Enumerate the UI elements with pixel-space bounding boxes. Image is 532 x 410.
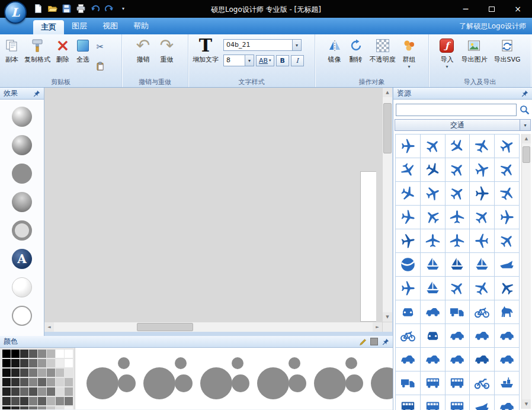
resource-cell-sailboat[interactable] [421, 253, 445, 276]
color-swatch[interactable] [65, 378, 73, 386]
resource-cell-bus[interactable] [396, 395, 420, 410]
copy-button[interactable]: 副本 [2, 36, 22, 77]
h-scroll-thumb[interactable] [137, 323, 193, 331]
resource-cell-ship[interactable] [495, 371, 519, 395]
mirror-button[interactable]: 镜像 [325, 36, 345, 77]
delete-button[interactable]: 删除 [53, 36, 73, 77]
group-dropdown-icon[interactable] [408, 64, 410, 69]
resources-vertical-scrollbar[interactable] [521, 134, 531, 409]
shape-preview-item[interactable] [139, 349, 196, 408]
format-painter-button[interactable]: 复制格式 [22, 36, 53, 77]
resource-cell-plane[interactable] [396, 206, 420, 229]
h-scroll-track[interactable] [54, 322, 373, 332]
resource-cell-plane[interactable] [396, 134, 420, 158]
color-swatch[interactable] [2, 387, 11, 396]
color-swatch[interactable] [38, 359, 46, 367]
cut-icon[interactable] [95, 41, 105, 52]
tab-layers[interactable]: 图层 [64, 18, 95, 34]
resource-cell-plane[interactable] [495, 229, 519, 252]
resource-cell-tram[interactable] [446, 395, 470, 410]
resource-cell-car[interactable] [446, 348, 470, 371]
export-svg-button[interactable]: 导出SVG [491, 36, 523, 77]
color-swatch[interactable] [65, 387, 73, 396]
redo-button[interactable] [104, 4, 114, 14]
color-swatch[interactable] [29, 387, 37, 396]
learn-link[interactable]: 了解硕思Logo设计师 [459, 21, 526, 31]
resource-cell-van[interactable] [421, 395, 445, 410]
resource-cell-speedboat[interactable] [495, 253, 519, 276]
app-logo-icon[interactable]: L [4, 1, 27, 24]
font-family-dropdown-icon[interactable] [292, 40, 301, 50]
shape-preview-item[interactable] [196, 349, 253, 408]
canvas-vertical-scrollbar[interactable] [382, 88, 392, 322]
color-swatch[interactable] [56, 359, 64, 367]
import-button[interactable]: 导入 [437, 36, 457, 77]
color-swatch[interactable] [56, 378, 64, 386]
color-swatch[interactable] [2, 359, 11, 367]
add-text-button[interactable]: 增加文字 [190, 36, 221, 77]
resource-cell-plane[interactable] [446, 277, 470, 300]
color-swatch[interactable] [29, 350, 37, 358]
effect-circle-flat[interactable] [12, 164, 32, 184]
color-swatch[interactable] [20, 397, 28, 405]
canvas-horizontal-scrollbar[interactable] [44, 322, 382, 332]
pin-icon[interactable] [33, 90, 40, 97]
toolbar-options-icon[interactable] [122, 6, 124, 11]
resource-cell-car[interactable] [470, 324, 494, 347]
color-swatch[interactable] [65, 406, 73, 409]
color-swatch[interactable] [2, 406, 11, 409]
color-swatch[interactable] [11, 350, 20, 358]
resource-cell-car[interactable] [421, 348, 445, 371]
italic-button[interactable]: I [291, 55, 304, 66]
canvas[interactable] [44, 88, 392, 332]
scroll-down-icon[interactable] [522, 399, 531, 409]
effect-sphere-dark[interactable] [12, 135, 32, 155]
effect-sphere-glossy[interactable] [12, 107, 32, 127]
resource-cell-bicycle[interactable] [470, 300, 494, 323]
color-swatch[interactable] [11, 378, 20, 386]
resource-cell-plane[interactable] [421, 229, 445, 252]
color-swatch[interactable] [20, 378, 28, 386]
resource-cell-plane[interactable] [495, 182, 519, 205]
color-swatch[interactable] [2, 397, 11, 405]
resource-cell-plane[interactable] [421, 134, 445, 158]
resource-cell-boat[interactable] [470, 395, 494, 410]
color-swatch[interactable] [56, 350, 64, 358]
resource-cell-car-front[interactable] [396, 300, 420, 323]
resource-cell-plane[interactable] [470, 206, 494, 229]
color-swatch[interactable] [38, 406, 46, 409]
resource-cell-plane[interactable] [470, 134, 494, 158]
color-swatch[interactable] [20, 350, 28, 358]
color-swatch[interactable] [11, 369, 20, 377]
group-button[interactable]: 群组 [399, 36, 419, 77]
scroll-right-icon[interactable] [373, 322, 382, 332]
resource-cell-car[interactable] [495, 348, 519, 371]
resource-cell-plane[interactable] [470, 158, 494, 181]
undo-button[interactable]: 撤销 [133, 36, 153, 77]
resource-cell-car[interactable] [421, 300, 445, 323]
effect-sphere-shadow[interactable] [12, 192, 32, 212]
color-swatch[interactable] [56, 369, 64, 377]
resource-cell-plane[interactable] [495, 134, 519, 158]
resource-cell-plane[interactable] [495, 277, 519, 300]
resource-cell-car-front[interactable] [421, 324, 445, 347]
v-scroll-track[interactable] [383, 97, 392, 312]
resource-cell-motorcycle[interactable] [470, 371, 494, 395]
resource-cell-plane[interactable] [495, 206, 519, 229]
color-swatch[interactable] [47, 350, 55, 358]
select-all-button[interactable]: 全选 [73, 36, 93, 77]
color-swatch[interactable] [29, 359, 37, 367]
pin-icon[interactable] [521, 90, 528, 97]
resource-cell-car[interactable] [396, 348, 420, 371]
shape-preview-item[interactable] [367, 349, 393, 408]
resource-cell-bus[interactable] [446, 371, 470, 395]
resource-cell-sailboat[interactable] [446, 253, 470, 276]
bold-button[interactable]: B [276, 55, 289, 66]
color-swatch[interactable] [38, 378, 46, 386]
new-document-button[interactable] [33, 4, 43, 14]
export-image-button[interactable]: 导出图片 [459, 36, 489, 77]
color-swatch[interactable] [11, 397, 20, 405]
color-swatch[interactable] [47, 387, 55, 396]
open-folder-button[interactable] [47, 4, 57, 14]
color-swatch[interactable] [20, 387, 28, 396]
